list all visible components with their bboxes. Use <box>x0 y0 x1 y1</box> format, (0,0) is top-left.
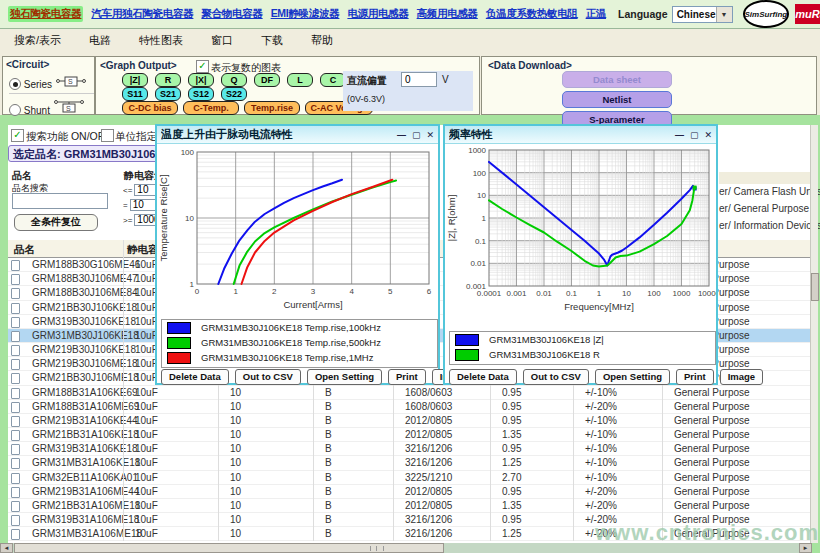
green-button--x-[interactable]: |X| <box>188 73 214 87</box>
horizontal-scrollbar-thumb[interactable] <box>14 543 444 553</box>
table-row[interactable]: GRM21BB31A106KE1810uF10B2012/08051.35+/-… <box>8 428 810 442</box>
menu-item-4[interactable]: 下载 <box>261 33 283 48</box>
show-complex-graph-checkbox[interactable]: ✓ <box>196 60 209 73</box>
green-button-q[interactable]: Q <box>221 73 247 87</box>
maximize-icon[interactable]: ▢ <box>690 130 699 140</box>
radio-icon[interactable] <box>9 104 21 116</box>
frequency-legend: GRM31MB30J106KE18 |Z|GRM31MB30J106KE18 R <box>449 331 716 365</box>
open-setting-button[interactable]: Open Setting <box>307 369 382 385</box>
nav-link-5[interactable]: 高频用电感器 <box>417 7 478 21</box>
frequency-window: 频率特性 — ▢ ✕ 0.00010.0010.010.111010010001… <box>443 124 718 385</box>
char-button-c-temp-[interactable]: C-Temp. <box>183 101 239 115</box>
dc-bias-input[interactable] <box>401 72 437 87</box>
nav-link-1[interactable]: 汽车用独石陶瓷电容器 <box>91 7 193 21</box>
char-button-c-dc-bias[interactable]: C-DC bias <box>122 101 178 115</box>
minimize-icon[interactable]: — <box>675 130 684 140</box>
open-setting-button[interactable]: Open Setting <box>595 369 670 385</box>
cell-size: 3216/1206 <box>405 528 452 539</box>
close-icon[interactable]: ✕ <box>426 130 434 140</box>
green-button-r[interactable]: R <box>155 73 181 87</box>
menu-item-1[interactable]: 电路 <box>89 33 111 48</box>
vertical-scrollbar-thumb[interactable] <box>811 273 819 301</box>
minimize-icon[interactable]: — <box>397 130 406 140</box>
green-button-l[interactable]: L <box>287 73 313 87</box>
scroll-left-arrow-icon[interactable]: ◄ <box>0 543 13 553</box>
table-row[interactable]: GRM219B31A106ME4410uF10B2012/08050.95+/-… <box>8 485 810 499</box>
table-row[interactable]: GRM219B31A106KE4410uF10B2012/08050.95+/-… <box>8 414 810 428</box>
svg-text:100: 100 <box>473 169 487 178</box>
out-to-csv-button[interactable]: Out to CSV <box>523 369 589 385</box>
image-button[interactable]: Image <box>720 369 763 385</box>
nav-link-6[interactable]: 负温度系数热敏电阻 <box>486 7 578 21</box>
cell-thickness: 0.95 <box>502 401 521 412</box>
language-select[interactable]: Chinese ▼ <box>672 6 733 23</box>
cell-tol: +/-20% <box>585 401 617 412</box>
download-netlist-button[interactable]: Netlist <box>562 91 672 108</box>
legend-entry: GRM31MB30J106KE18 Temp.rise,100kHz <box>162 320 437 335</box>
table-row[interactable]: GRM21BB31A106ME1810uF10B2012/08051.35+/-… <box>8 499 810 513</box>
circuit-option-series[interactable]: SeriesS <box>9 75 94 94</box>
unit-checkbox[interactable] <box>101 129 114 142</box>
nav-link-0[interactable]: 独石陶瓷电容器 <box>8 6 83 22</box>
svg-text:6: 6 <box>427 287 432 296</box>
name-search-input[interactable] <box>12 193 108 209</box>
nav-link-2[interactable]: 聚合物电容器 <box>201 7 262 21</box>
table-row[interactable]: GRM32EB11A106KA0110uF10B3225/12102.70+/-… <box>8 471 810 485</box>
application-list-fragment: er/ Camera Flash Units <box>719 186 820 197</box>
language-label: Language <box>618 8 668 20</box>
menu-item-3[interactable]: 窗口 <box>211 33 233 48</box>
search-toggle-label: 搜索功能 ON/OFF <box>26 130 111 144</box>
maximize-icon[interactable]: ▢ <box>412 130 421 140</box>
cell-name: GRM188B31A106KE69 <box>32 387 138 398</box>
cyan-button-s22[interactable]: S22 <box>221 87 247 101</box>
cell-cap: 10uF <box>135 429 158 440</box>
green-button--z-[interactable]: |Z| <box>122 73 148 87</box>
frequency-window-titlebar[interactable]: 频率特性 — ▢ ✕ <box>445 126 716 144</box>
green-button-df[interactable]: DF <box>254 73 280 87</box>
char-button-temp-rise[interactable]: Temp.rise <box>244 101 300 115</box>
circuit-option-shunt[interactable]: ShuntS <box>9 99 94 117</box>
cap-filter-input-2[interactable] <box>134 214 157 226</box>
cyan-button-s12[interactable]: S12 <box>188 87 214 101</box>
vertical-scrollbar[interactable] <box>810 125 818 543</box>
delete-data-button[interactable]: Delete Data <box>161 369 229 385</box>
cyan-button-s11[interactable]: S11 <box>122 87 148 101</box>
cell-thickness: 0.95 <box>502 387 521 398</box>
menu-item-2[interactable]: 特性图表 <box>139 33 183 48</box>
cap-filter-input-1[interactable] <box>130 199 157 211</box>
nav-link-4[interactable]: 电源用电感器 <box>347 7 408 21</box>
cyan-button-s21[interactable]: S21 <box>155 87 181 101</box>
chevron-down-icon[interactable]: ▼ <box>716 7 732 22</box>
cell-voltage: 10 <box>230 401 241 412</box>
reset-filters-button[interactable]: 全条件复位 <box>14 214 98 231</box>
svg-text:1: 1 <box>190 280 195 289</box>
legend-entry: GRM31MB30J106KE18 Temp.rise,1MHz <box>162 350 437 365</box>
svg-text:3: 3 <box>311 287 316 296</box>
table-row[interactable]: GRM31MB31A106KE1810uF10B3216/12061.25+/-… <box>8 456 810 470</box>
delete-data-button[interactable]: Delete Data <box>449 369 517 385</box>
table-row[interactable]: GRM188B31A106KE6910uF10B1608/06030.95+/-… <box>8 386 810 400</box>
nav-link-7[interactable]: 正温 <box>586 7 606 21</box>
temp-rise-window-titlebar[interactable]: 温度上升由于脉动电流特性 — ▢ ✕ <box>157 126 438 144</box>
out-to-csv-button[interactable]: Out to CSV <box>235 369 301 385</box>
table-row[interactable]: GRM188B31A106ME6910uF10B1608/06030.95+/-… <box>8 400 810 414</box>
menu-item-5[interactable]: 帮助 <box>311 33 333 48</box>
table-row[interactable]: GRM319B31A106KE1810uF10B3216/12060.95+/-… <box>8 442 810 456</box>
svg-text:100: 100 <box>647 289 661 298</box>
print-button[interactable]: Print <box>676 369 714 385</box>
data-download-panel: <Data Download> Data sheetNetlistS-param… <box>481 56 817 115</box>
radio-icon[interactable] <box>9 78 21 90</box>
nav-link-3[interactable]: EMI静噪滤波器 <box>271 7 340 21</box>
cap-filter-column: 静电容量 <==>= <box>123 165 157 235</box>
menu-item-0[interactable]: 搜索/表示 <box>14 33 61 48</box>
cell-voltage: 10 <box>230 415 241 426</box>
cell-thickness: 1.25 <box>502 528 521 539</box>
cell-thickness: 0.95 <box>502 415 521 426</box>
search-toggle-checkbox[interactable]: ✓ <box>11 129 24 142</box>
file-icon <box>11 515 20 526</box>
cap-filter-input-0[interactable] <box>134 184 157 196</box>
print-button[interactable]: Print <box>388 369 426 385</box>
cell-tol: +/-10% <box>585 387 617 398</box>
svg-text:0.1: 0.1 <box>475 237 487 246</box>
close-icon[interactable]: ✕ <box>704 130 712 140</box>
